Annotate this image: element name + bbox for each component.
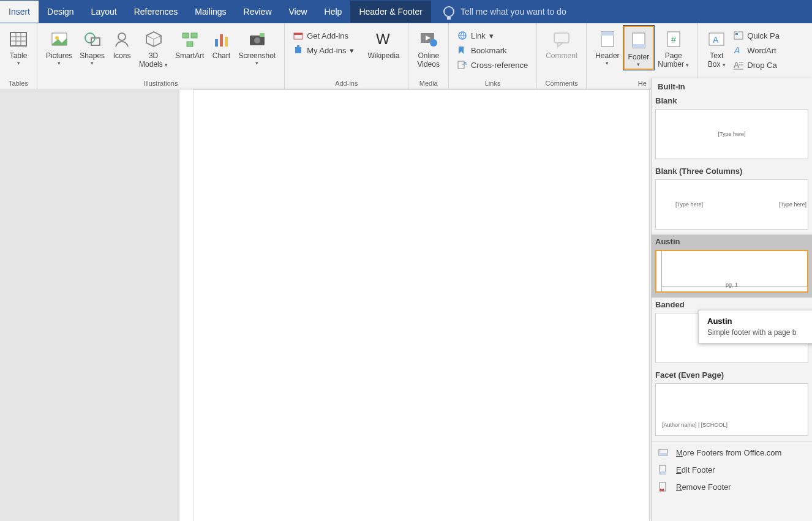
svg-text:W: W xyxy=(376,31,390,47)
footer-button[interactable]: Footer ▾ xyxy=(623,26,655,70)
wikipedia-button[interactable]: W Wikipedia xyxy=(364,26,403,61)
screenshot-label: Screenshot xyxy=(238,51,276,60)
shapes-label: Shapes xyxy=(80,51,105,60)
tab-design[interactable]: Design xyxy=(39,1,83,23)
icons-button[interactable]: Icons xyxy=(108,26,135,61)
more-footers-office-button[interactable]: More Footers from Office.com xyxy=(652,444,812,461)
tab-review[interactable]: Review xyxy=(235,1,280,23)
remove-footer-label: Remove Footer xyxy=(676,482,731,492)
chevron-down-icon: ▾ xyxy=(489,31,494,40)
chevron-down-icon: ▾ xyxy=(637,61,640,67)
textbox-button[interactable]: A Text Box ▾ xyxy=(703,26,730,70)
online-videos-button[interactable]: Online Videos xyxy=(413,26,443,70)
group-links: Link ▾ Bookmark Cross-reference Links xyxy=(449,23,537,89)
gallery-item-title: Banded xyxy=(655,300,808,309)
chart-button[interactable]: Chart xyxy=(208,26,235,61)
table-label: Table xyxy=(10,51,28,60)
tab-mailings[interactable]: Mailings xyxy=(186,1,235,23)
get-addins-button[interactable]: Get Add-ins xyxy=(290,29,358,42)
preview-placeholder: [Type here] xyxy=(675,201,703,208)
tab-help[interactable]: Help xyxy=(316,1,351,23)
quickparts-icon xyxy=(734,31,743,40)
edit-footer-button[interactable]: Edit Footer xyxy=(652,461,812,478)
svg-rect-37 xyxy=(633,44,645,48)
group-label-links: Links xyxy=(485,80,501,89)
store-icon xyxy=(293,31,303,40)
tooltip-body: Simple footer with a page b xyxy=(707,328,811,337)
pagenumber-icon: # xyxy=(664,29,683,49)
group-label-illustrations: Illustrations xyxy=(144,80,178,89)
3d-models-button[interactable]: 3D Models ▾ xyxy=(135,26,171,70)
link-button[interactable]: Link ▾ xyxy=(454,29,532,42)
group-illustrations: Pictures ▾ Shapes ▾ Icons 3D Models ▾ Sm… xyxy=(37,23,285,89)
smartart-button[interactable]: SmartArt xyxy=(171,26,208,61)
3d-label1: 3D xyxy=(149,51,158,60)
tab-layout[interactable]: Layout xyxy=(83,1,126,23)
svg-rect-32 xyxy=(554,33,569,43)
gallery-item-blank[interactable]: Blank [Type here] xyxy=(652,94,812,164)
svg-text:A: A xyxy=(734,60,740,70)
crossref-button[interactable]: Cross-reference xyxy=(454,59,532,71)
footer-icon xyxy=(629,31,648,50)
pagenum-label2: Number xyxy=(658,60,684,69)
dropcap-icon: A xyxy=(734,60,743,70)
edit-footer-icon xyxy=(658,464,669,475)
tab-references[interactable]: References xyxy=(126,1,187,23)
gallery-section-builtin: Built-in xyxy=(652,78,812,94)
bookmark-icon xyxy=(457,45,467,55)
remove-footer-button[interactable]: Remove Footer xyxy=(652,478,812,495)
svg-rect-13 xyxy=(191,33,197,38)
wordart-button[interactable]: A WordArt xyxy=(730,44,783,56)
dropcap-button[interactable]: A Drop Ca xyxy=(730,59,783,71)
wikipedia-icon: W xyxy=(374,29,393,49)
online-label2: Videos xyxy=(417,60,439,69)
tooltip-title: Austin xyxy=(707,317,811,326)
svg-text:A: A xyxy=(734,45,740,55)
svg-text:A: A xyxy=(713,35,719,45)
tab-view[interactable]: View xyxy=(280,1,316,23)
chevron-down-icon: ▾ xyxy=(58,60,61,66)
preview-placeholder: [Type here] xyxy=(779,201,806,208)
preview-placeholder: [Type here] xyxy=(718,131,745,137)
svg-point-9 xyxy=(118,33,126,40)
svg-rect-12 xyxy=(182,33,189,38)
page-margin xyxy=(193,89,650,521)
chevron-down-icon: ▾ xyxy=(350,46,354,55)
chart-icon xyxy=(211,29,231,49)
icons-label: Icons xyxy=(113,51,131,60)
svg-rect-20 xyxy=(260,33,265,37)
footer-gallery-dropdown: Built-in Blank [Type here] Blank (Three … xyxy=(651,78,812,521)
chart-label: Chart xyxy=(212,51,230,60)
gallery-item-facet-even[interactable]: Facet (Even Page) [Author name] | [SCHOO… xyxy=(652,368,812,441)
gallery-commands: More Footers from Office.com Edit Footer… xyxy=(652,441,812,498)
bookmark-button[interactable]: Bookmark xyxy=(454,44,532,56)
gallery-item-austin[interactable]: Austin pg. 1 xyxy=(652,234,812,298)
quickparts-label: Quick Pa xyxy=(747,31,780,40)
table-button[interactable]: Table ▾ xyxy=(5,26,32,67)
tell-me-search[interactable]: Tell me what you want to do xyxy=(443,6,566,17)
gallery-item-blank-three-columns[interactable]: Blank (Three Columns) [Type here] [Type … xyxy=(652,164,812,234)
header-button[interactable]: Header ▾ xyxy=(592,26,623,67)
wordart-icon: A xyxy=(734,45,743,55)
pagenum-label1: Page xyxy=(665,51,682,60)
table-icon xyxy=(9,29,28,49)
group-label-headerfooter: He xyxy=(638,80,647,89)
page[interactable]: Footer pg. 1 xyxy=(179,89,657,521)
tab-insert[interactable]: Insert xyxy=(0,1,39,23)
screenshot-button[interactable]: Screenshot ▾ xyxy=(235,26,279,67)
textbox-label1: Text xyxy=(710,51,723,60)
get-addins-label: Get Add-ins xyxy=(307,31,348,40)
quickparts-button[interactable]: Quick Pa xyxy=(730,29,783,42)
page-number-button[interactable]: # Page Number ▾ xyxy=(654,26,693,70)
office-icon xyxy=(658,447,669,458)
pictures-button[interactable]: Pictures ▾ xyxy=(42,26,76,67)
my-addins-button[interactable]: My Add-ins ▾ xyxy=(290,44,358,56)
svg-marker-23 xyxy=(295,47,301,53)
shapes-button[interactable]: Shapes ▾ xyxy=(76,26,108,67)
comment-button[interactable]: Comment xyxy=(542,26,581,61)
camera-icon xyxy=(247,29,267,49)
my-addins-label: My Add-ins xyxy=(307,46,346,55)
remove-footer-icon xyxy=(658,481,669,492)
tab-header-footer[interactable]: Header & Footer xyxy=(350,1,431,23)
svg-point-28 xyxy=(430,39,437,47)
